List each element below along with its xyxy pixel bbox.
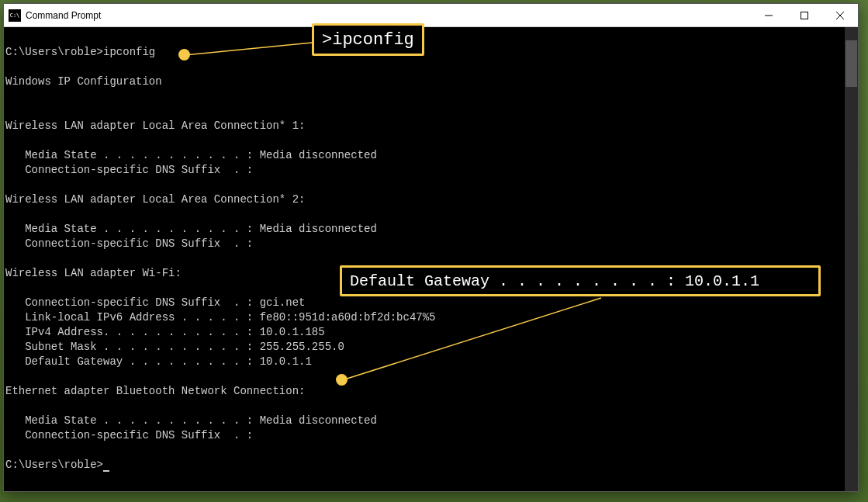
annotation-dot	[178, 49, 190, 61]
adapter-title: Wireless LAN adapter Wi-Fi:	[5, 267, 182, 279]
scrollbar-track[interactable]	[845, 27, 858, 491]
terminal-body[interactable]: C:\Users\roble>ipconfig Windows IP Confi…	[4, 27, 858, 491]
scrollbar-thumb[interactable]	[846, 40, 857, 87]
close-button[interactable]	[822, 4, 858, 26]
window-title: Command Prompt	[26, 10, 751, 21]
annotation-text: Default Gateway . . . . . . . . . : 10.0…	[350, 272, 759, 290]
output-line: Connection-specific DNS Suffix . :	[5, 429, 253, 441]
minimize-button[interactable]	[751, 4, 787, 26]
annotation-callout-gateway: Default Gateway . . . . . . . . . : 10.0…	[340, 265, 821, 296]
output-line: Media State . . . . . . . . . . . : Medi…	[5, 149, 377, 161]
adapter-title: Wireless LAN adapter Local Area Connecti…	[5, 193, 305, 206]
svg-rect-1	[801, 12, 808, 19]
terminal-output: C:\Users\roble>ipconfig Windows IP Confi…	[4, 27, 858, 476]
entered-command: ipconfig	[103, 46, 155, 58]
window-controls	[751, 4, 858, 26]
output-line: Connection-specific DNS Suffix . : gci.n…	[5, 296, 305, 309]
annotation-dot	[336, 374, 348, 386]
command-prompt-window: Command Prompt C:\Users\roble>ipconfig W…	[3, 3, 859, 492]
output-line: Connection-specific DNS Suffix . :	[5, 164, 253, 176]
annotation-callout-ipconfig: >ipconfig	[312, 23, 424, 56]
adapter-title: Wireless LAN adapter Local Area Connecti…	[5, 119, 305, 132]
output-line: Media State . . . . . . . . . . . : Medi…	[5, 223, 377, 235]
output-line: Media State . . . . . . . . . . . : Medi…	[5, 414, 377, 427]
cmd-icon	[9, 9, 21, 22]
cursor	[103, 470, 109, 472]
prompt-path: C:\Users\roble>	[5, 46, 103, 58]
output-line: Link-local IPv6 Address . . . . . : fe80…	[5, 311, 436, 324]
maximize-button[interactable]	[787, 4, 822, 26]
titlebar[interactable]: Command Prompt	[4, 4, 858, 27]
prompt-path: C:\Users\roble>	[5, 459, 103, 471]
output-header: Windows IP Configuration	[5, 75, 162, 88]
annotation-text: >ipconfig	[322, 30, 414, 50]
adapter-title: Ethernet adapter Bluetooth Network Conne…	[5, 385, 305, 397]
output-line: Default Gateway . . . . . . . . . : 10.0…	[5, 355, 312, 368]
output-line: Subnet Mask . . . . . . . . . . . : 255.…	[5, 341, 344, 353]
output-line: IPv4 Address. . . . . . . . . . . : 10.0…	[5, 326, 325, 338]
output-line: Connection-specific DNS Suffix . :	[5, 237, 253, 250]
prompt-line: C:\Users\roble>ipconfig	[5, 46, 155, 58]
